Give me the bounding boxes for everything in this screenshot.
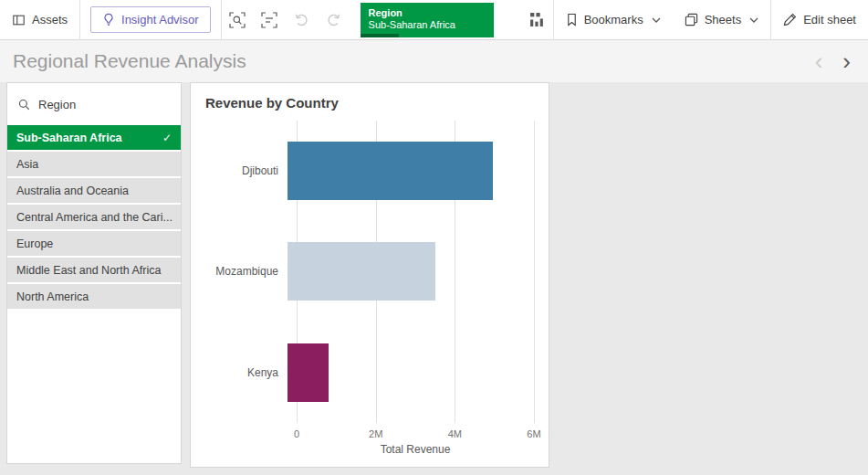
x-axis-title: Total Revenue — [297, 443, 534, 467]
sheets-button[interactable]: Sheets — [673, 0, 770, 40]
sheet-title: Regional Revenue Analysis — [13, 50, 246, 72]
assets-panel-icon — [12, 14, 26, 26]
top-toolbar: Assets Insight Advisor Region Sub-Sahara… — [0, 0, 868, 40]
x-tick-label: 0 — [294, 428, 299, 439]
filter-item[interactable]: North America — [7, 284, 181, 309]
edit-sheet-label: Edit sheet — [803, 13, 856, 26]
filter-list: Sub-Saharan Africa✓AsiaAustralia and Oce… — [7, 125, 181, 311]
sheets-label: Sheets — [705, 13, 741, 26]
x-tick-label: 4M — [448, 428, 462, 439]
bar-category-label: Mozambique — [196, 265, 288, 278]
x-tick-label: 2M — [369, 428, 382, 439]
bar-row: Mozambique — [196, 221, 534, 322]
sheet-header: Regional Revenue Analysis ‹ › — [0, 40, 868, 82]
filter-item[interactable]: Asia — [7, 152, 181, 176]
sheet-content: Region Sub-Saharan Africa✓AsiaAustralia … — [0, 82, 868, 475]
bar-row: Djibouti — [196, 121, 534, 221]
chart-title: Revenue by Country — [191, 83, 549, 115]
smart-search-icon[interactable] — [222, 0, 254, 40]
insight-advisor-button[interactable]: Insight Advisor — [90, 6, 211, 33]
bookmark-icon — [566, 13, 578, 26]
selection-progress-bar — [361, 34, 399, 37]
chevron-down-icon — [652, 17, 661, 23]
bar-mozambique[interactable] — [288, 242, 435, 301]
assets-button[interactable]: Assets — [0, 0, 79, 40]
sheet-navigation: ‹ › — [807, 49, 859, 73]
bar-category-label: Djibouti — [196, 164, 288, 177]
bar-kenya[interactable] — [288, 343, 329, 402]
bar-row: Kenya — [196, 322, 534, 423]
selections-tool-icon[interactable] — [254, 0, 286, 40]
chevron-down-icon — [749, 17, 758, 23]
x-tick-label: 6M — [527, 428, 540, 439]
pencil-icon — [783, 13, 797, 26]
charts-grid-icon[interactable] — [521, 0, 553, 40]
bar-djibouti[interactable] — [288, 142, 493, 200]
step-back-icon[interactable] — [286, 0, 318, 40]
filter-item-selected[interactable]: Sub-Saharan Africa✓ — [7, 125, 181, 150]
region-filter-pane: Region Sub-Saharan Africa✓AsiaAustralia … — [6, 82, 182, 464]
bar-category-label: Kenya — [196, 366, 288, 379]
filter-item[interactable]: Middle East and North Africa — [7, 258, 181, 282]
bar-chart-plot: DjiboutiMozambiqueKenya — [196, 121, 534, 423]
bookmarks-label: Bookmarks — [584, 13, 643, 26]
selection-field-name: Region — [369, 6, 486, 19]
selection-field-value: Sub-Saharan Africa — [369, 19, 486, 31]
lightbulb-icon — [102, 13, 115, 26]
filter-pane-title: Region — [38, 98, 76, 111]
next-sheet-icon[interactable]: › — [834, 49, 859, 73]
search-icon — [18, 99, 30, 111]
filter-item[interactable]: Australia and Oceania — [7, 178, 181, 203]
bar-track — [288, 343, 534, 402]
bookmarks-button[interactable]: Bookmarks — [554, 0, 673, 40]
filter-item[interactable]: Central America and the Cari... — [7, 205, 181, 229]
insight-advisor-label: Insight Advisor — [121, 13, 199, 26]
assets-label: Assets — [32, 13, 68, 26]
edit-sheet-button[interactable]: Edit sheet — [771, 0, 868, 40]
selection-chip[interactable]: Region Sub-Saharan Africa — [361, 3, 494, 37]
sheets-icon — [685, 13, 698, 26]
x-ticks: 02M4M6M — [297, 423, 534, 443]
bar-track — [288, 142, 534, 200]
bar-track — [288, 242, 534, 301]
x-axis: 02M4M6M Total Revenue — [191, 423, 549, 467]
bar-rows: DjiboutiMozambiqueKenya — [196, 121, 534, 423]
checkmark-icon: ✓ — [162, 132, 172, 144]
filter-item[interactable]: Europe — [7, 231, 181, 256]
previous-sheet-icon[interactable]: ‹ — [807, 49, 831, 73]
step-forward-icon[interactable] — [318, 0, 350, 40]
revenue-chart-card: Revenue by Country DjiboutiMozambiqueKen… — [190, 82, 549, 468]
toolbar-divider — [79, 0, 80, 40]
filter-item-label: Sub-Saharan Africa — [16, 132, 122, 144]
filter-pane-header[interactable]: Region — [7, 83, 181, 125]
gridline — [534, 121, 535, 423]
